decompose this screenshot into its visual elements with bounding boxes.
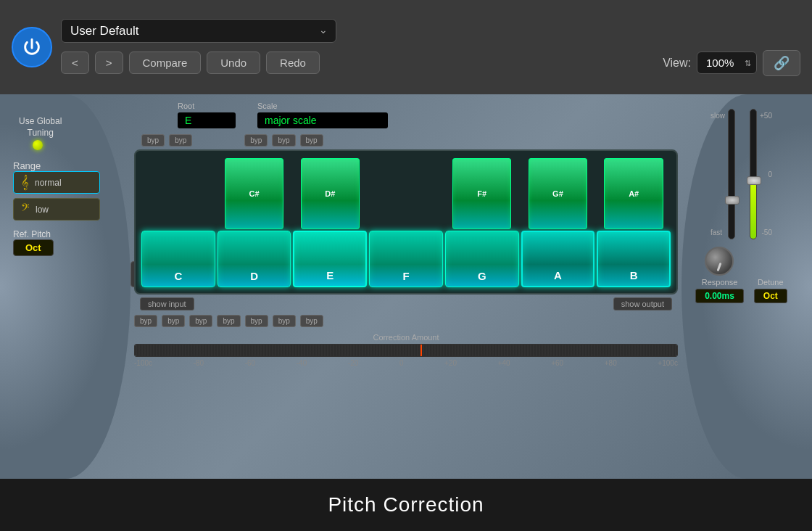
fast-label: fast [710, 229, 722, 236]
key-a[interactable]: A [521, 231, 595, 287]
correction-amount-label: Correction Amount [127, 333, 685, 342]
speed-slider-section: slow fast [710, 109, 735, 239]
preset-dropdown[interactable]: User Default [61, 19, 336, 43]
byp-bot-5[interactable]: byp [245, 315, 268, 327]
use-global-tuning-label: Use GlobalTuning [19, 116, 62, 139]
key-c-label: C [174, 270, 182, 282]
scale-plus20: +20 [444, 359, 457, 367]
byp-bot-7[interactable]: byp [300, 315, 323, 327]
detune-slider-thumb[interactable] [747, 176, 761, 185]
detune-knob-group: Detune Oct [754, 278, 787, 303]
compare-button[interactable]: Compare [129, 52, 202, 74]
detune-display[interactable]: Oct [754, 289, 787, 303]
scale-plus80: +80 [605, 359, 617, 367]
response-knob[interactable] [705, 247, 734, 276]
root-label: Root [178, 102, 194, 110]
bass-clef-icon: 𝄢 [21, 202, 30, 217]
ref-pitch-section: Ref. Pitch Oct [7, 229, 54, 256]
show-buttons: show input show output [127, 297, 685, 310]
knobs-row: Response 0.00ms Detune Oct [695, 247, 787, 303]
detune-slider-section: +50 0 -50 [750, 109, 772, 239]
center-panel: Root E Scale major scale byp byp byp byp… [127, 102, 685, 435]
byp-bot-1[interactable]: byp [134, 315, 157, 327]
speed-slider-track[interactable] [728, 109, 735, 239]
correction-scale: -100c -80 -60 -40 -20 0 +20 +40 +60 +80 … [127, 359, 685, 367]
detune-slider-fill [750, 181, 756, 239]
scale-minus100: -100c [134, 359, 152, 367]
redo-button[interactable]: Redo [266, 52, 320, 74]
key-asharp[interactable]: A# [604, 158, 663, 229]
key-a-label: A [554, 269, 562, 281]
key-gsharp[interactable]: G# [529, 158, 587, 229]
key-c[interactable]: C [141, 231, 215, 287]
view-select[interactable]: 100% [697, 52, 757, 74]
forward-button[interactable]: > [95, 52, 123, 74]
bottom-title: Pitch Correction [0, 479, 812, 531]
key-g[interactable]: G [445, 231, 519, 287]
back-button[interactable]: < [61, 52, 89, 74]
key-group-g: F# G [445, 158, 519, 287]
scale-zero: 0 [399, 359, 404, 367]
key-g-label: G [478, 270, 486, 282]
key-f-label: F [402, 270, 409, 282]
byp-bot-3[interactable]: byp [189, 315, 212, 327]
show-input-button[interactable]: show input [140, 297, 194, 310]
zero-label: 0 [768, 170, 772, 178]
power-button[interactable] [12, 27, 52, 67]
ref-pitch-display[interactable]: Oct [13, 239, 54, 256]
preset-row: User Default [61, 19, 800, 43]
key-fsharp[interactable]: F# [452, 158, 511, 229]
byp-row-top: byp byp byp byp byp [127, 134, 685, 147]
key-d-label: D [250, 270, 258, 282]
show-output-button[interactable]: show output [613, 297, 672, 310]
key-d[interactable]: D [218, 231, 291, 287]
key-group-e: D# E [293, 158, 367, 287]
byp-top-1[interactable]: byp [141, 134, 165, 147]
scale-plus40: +40 [498, 359, 510, 367]
scale-display[interactable]: major scale [257, 112, 388, 128]
range-normal-button[interactable]: 𝄞 normal [13, 171, 100, 194]
byp-top-3[interactable]: byp [244, 134, 268, 147]
key-e[interactable]: E [293, 231, 367, 287]
plugin-title: Pitch Correction [328, 493, 484, 516]
byp-bot-4[interactable]: byp [217, 315, 240, 327]
response-label: Response [702, 278, 738, 287]
global-tuning-section: Use GlobalTuning [13, 116, 62, 152]
response-display[interactable]: 0.00ms [695, 289, 744, 303]
range-label: Range [13, 160, 100, 171]
key-group-f: F [369, 158, 443, 287]
global-tuning-indicator[interactable] [33, 140, 43, 150]
detune-slider-track[interactable] [750, 109, 757, 239]
ref-pitch-label: Ref. Pitch [13, 229, 54, 239]
preset-wrapper: User Default [61, 19, 336, 43]
range-section: Range 𝄞 normal 𝄢 low [7, 160, 100, 221]
scale-header: Root E Scale major scale [127, 102, 685, 128]
byp-bot-2[interactable]: byp [162, 315, 185, 327]
scale-label: Scale [257, 102, 278, 110]
key-csharp[interactable]: C# [225, 158, 283, 229]
view-label: View: [663, 57, 691, 70]
range-low-button[interactable]: 𝄢 low [13, 198, 100, 221]
undo-button[interactable]: Undo [207, 52, 260, 74]
view-wrapper: 100% [697, 52, 757, 74]
scale-minus20: -20 [348, 359, 358, 367]
scale-minus60: -60 [245, 359, 255, 367]
key-f[interactable]: F [369, 231, 443, 287]
key-b[interactable]: B [597, 231, 671, 287]
byp-top-2[interactable]: byp [169, 134, 192, 147]
root-display[interactable]: E [178, 112, 236, 128]
empty-sharp-2 [376, 158, 435, 229]
range-normal-label: normal [35, 178, 62, 188]
keys-area: C C# D D# E [136, 151, 676, 293]
byp-top-5[interactable]: byp [300, 134, 323, 147]
key-dsharp[interactable]: D# [301, 158, 360, 229]
action-row: < > Compare Undo Redo View: 100% 🔗 [61, 50, 800, 76]
key-group-d: C# D [218, 158, 291, 287]
speed-slider-thumb[interactable] [725, 196, 740, 205]
correction-bar [134, 344, 678, 357]
byp-top-4[interactable]: byp [272, 134, 295, 147]
key-e-label: E [326, 269, 334, 281]
link-button[interactable]: 🔗 [763, 50, 800, 76]
key-b-label: B [630, 269, 638, 281]
byp-bot-6[interactable]: byp [273, 315, 296, 327]
